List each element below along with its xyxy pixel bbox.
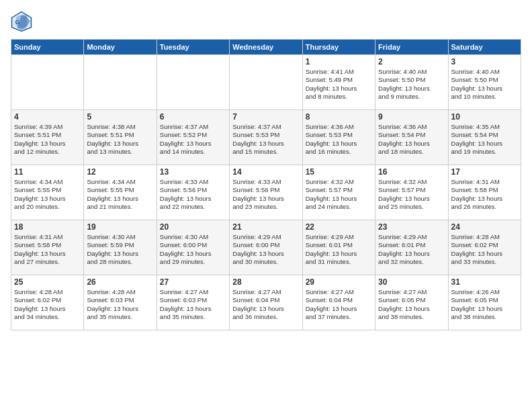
calendar-cell: 10Sunrise: 4:35 AM Sunset: 5:54 PM Dayli… — [448, 110, 521, 165]
calendar-cell: 24Sunrise: 4:28 AM Sunset: 6:02 PM Dayli… — [448, 220, 521, 275]
cell-day-number: 27 — [160, 277, 226, 287]
calendar-week-4: 18Sunrise: 4:31 AM Sunset: 5:58 PM Dayli… — [11, 220, 521, 275]
cell-day-number: 22 — [306, 222, 372, 232]
cell-day-number: 2 — [378, 57, 445, 66]
cell-info: Sunrise: 4:35 AM Sunset: 5:54 PM Dayligh… — [451, 123, 518, 156]
cell-day-number: 6 — [160, 112, 226, 122]
cell-info: Sunrise: 4:27 AM Sunset: 6:04 PM Dayligh… — [306, 288, 372, 321]
cell-day-number: 11 — [14, 167, 81, 177]
calendar-cell: 9Sunrise: 4:36 AM Sunset: 5:54 PM Daylig… — [375, 110, 448, 165]
cell-day-number: 26 — [87, 277, 153, 287]
header: G — [11, 11, 521, 32]
calendar-cell: 21Sunrise: 4:29 AM Sunset: 6:00 PM Dayli… — [230, 220, 302, 275]
cell-day-number: 15 — [306, 167, 372, 177]
calendar-cell: 22Sunrise: 4:29 AM Sunset: 6:01 PM Dayli… — [302, 220, 375, 275]
calendar-header-sunday: Sunday — [11, 40, 84, 55]
cell-info: Sunrise: 4:32 AM Sunset: 5:57 PM Dayligh… — [306, 178, 372, 211]
cell-day-number: 12 — [87, 167, 153, 177]
cell-day-number: 24 — [451, 222, 518, 232]
cell-info: Sunrise: 4:41 AM Sunset: 5:49 PM Dayligh… — [306, 68, 372, 101]
cell-info: Sunrise: 4:38 AM Sunset: 5:51 PM Dayligh… — [87, 123, 153, 156]
cell-day-number: 14 — [232, 167, 299, 177]
cell-info: Sunrise: 4:26 AM Sunset: 6:05 PM Dayligh… — [451, 288, 518, 321]
calendar-cell: 18Sunrise: 4:31 AM Sunset: 5:58 PM Dayli… — [11, 220, 84, 275]
calendar-cell: 8Sunrise: 4:36 AM Sunset: 5:53 PM Daylig… — [302, 110, 375, 165]
cell-day-number: 1 — [306, 57, 372, 66]
calendar-header-monday: Monday — [84, 40, 157, 55]
cell-info: Sunrise: 4:34 AM Sunset: 5:55 PM Dayligh… — [87, 178, 153, 211]
logo: G — [11, 11, 36, 32]
calendar-cell: 25Sunrise: 4:28 AM Sunset: 6:02 PM Dayli… — [11, 275, 84, 330]
cell-info: Sunrise: 4:40 AM Sunset: 5:50 PM Dayligh… — [378, 68, 445, 101]
calendar-week-1: 1Sunrise: 4:41 AM Sunset: 5:49 PM Daylig… — [11, 55, 521, 110]
cell-day-number: 25 — [14, 277, 81, 287]
cell-info: Sunrise: 4:39 AM Sunset: 5:51 PM Dayligh… — [14, 123, 81, 156]
calendar-header-row: SundayMondayTuesdayWednesdayThursdayFrid… — [11, 40, 521, 55]
cell-info: Sunrise: 4:31 AM Sunset: 5:58 PM Dayligh… — [451, 178, 518, 211]
calendar-cell — [11, 55, 84, 110]
calendar-cell — [84, 55, 157, 110]
cell-day-number: 5 — [87, 112, 153, 122]
cell-day-number: 19 — [87, 222, 153, 232]
page: G SundayMondayTuesdayWednesdayThursdayFr… — [0, 0, 532, 411]
cell-info: Sunrise: 4:29 AM Sunset: 6:00 PM Dayligh… — [232, 233, 299, 266]
cell-info: Sunrise: 4:28 AM Sunset: 6:02 PM Dayligh… — [14, 288, 81, 321]
calendar-cell: 6Sunrise: 4:37 AM Sunset: 5:52 PM Daylig… — [157, 110, 229, 165]
cell-day-number: 29 — [306, 277, 372, 287]
calendar-cell: 5Sunrise: 4:38 AM Sunset: 5:51 PM Daylig… — [84, 110, 157, 165]
cell-day-number: 20 — [160, 222, 226, 232]
cell-day-number: 7 — [232, 112, 299, 122]
cell-info: Sunrise: 4:31 AM Sunset: 5:58 PM Dayligh… — [14, 233, 81, 266]
cell-info: Sunrise: 4:36 AM Sunset: 5:53 PM Dayligh… — [306, 123, 372, 156]
svg-text:G: G — [15, 19, 19, 26]
calendar-cell: 15Sunrise: 4:32 AM Sunset: 5:57 PM Dayli… — [302, 165, 375, 220]
cell-info: Sunrise: 4:30 AM Sunset: 5:59 PM Dayligh… — [87, 233, 153, 266]
cell-info: Sunrise: 4:27 AM Sunset: 6:04 PM Dayligh… — [232, 288, 299, 321]
cell-day-number: 9 — [378, 112, 445, 122]
calendar-cell: 3Sunrise: 4:40 AM Sunset: 5:50 PM Daylig… — [448, 55, 521, 110]
calendar-cell: 27Sunrise: 4:27 AM Sunset: 6:03 PM Dayli… — [157, 275, 229, 330]
calendar-cell: 2Sunrise: 4:40 AM Sunset: 5:50 PM Daylig… — [375, 55, 448, 110]
cell-day-number: 30 — [378, 277, 445, 287]
calendar-cell: 29Sunrise: 4:27 AM Sunset: 6:04 PM Dayli… — [302, 275, 375, 330]
calendar-cell: 23Sunrise: 4:29 AM Sunset: 6:01 PM Dayli… — [375, 220, 448, 275]
cell-info: Sunrise: 4:28 AM Sunset: 6:02 PM Dayligh… — [451, 233, 518, 266]
cell-info: Sunrise: 4:29 AM Sunset: 6:01 PM Dayligh… — [306, 233, 372, 266]
calendar-cell: 16Sunrise: 4:32 AM Sunset: 5:57 PM Dayli… — [375, 165, 448, 220]
cell-day-number: 31 — [451, 277, 518, 287]
cell-day-number: 8 — [306, 112, 372, 122]
calendar-cell: 4Sunrise: 4:39 AM Sunset: 5:51 PM Daylig… — [11, 110, 84, 165]
calendar-cell: 12Sunrise: 4:34 AM Sunset: 5:55 PM Dayli… — [84, 165, 157, 220]
cell-info: Sunrise: 4:27 AM Sunset: 6:03 PM Dayligh… — [160, 288, 226, 321]
calendar-cell — [230, 55, 302, 110]
cell-info: Sunrise: 4:33 AM Sunset: 5:56 PM Dayligh… — [160, 178, 226, 211]
calendar-cell: 20Sunrise: 4:30 AM Sunset: 6:00 PM Dayli… — [157, 220, 229, 275]
cell-info: Sunrise: 4:30 AM Sunset: 6:00 PM Dayligh… — [160, 233, 226, 266]
calendar-cell: 31Sunrise: 4:26 AM Sunset: 6:05 PM Dayli… — [448, 275, 521, 330]
calendar-header-friday: Friday — [375, 40, 448, 55]
calendar-week-3: 11Sunrise: 4:34 AM Sunset: 5:55 PM Dayli… — [11, 165, 521, 220]
cell-info: Sunrise: 4:32 AM Sunset: 5:57 PM Dayligh… — [378, 178, 445, 211]
calendar-cell: 11Sunrise: 4:34 AM Sunset: 5:55 PM Dayli… — [11, 165, 84, 220]
calendar-cell — [157, 55, 229, 110]
calendar-week-2: 4Sunrise: 4:39 AM Sunset: 5:51 PM Daylig… — [11, 110, 521, 165]
cell-info: Sunrise: 4:34 AM Sunset: 5:55 PM Dayligh… — [14, 178, 81, 211]
calendar-cell: 17Sunrise: 4:31 AM Sunset: 5:58 PM Dayli… — [448, 165, 521, 220]
cell-day-number: 23 — [378, 222, 445, 232]
calendar-header-wednesday: Wednesday — [230, 40, 302, 55]
cell-day-number: 21 — [232, 222, 299, 232]
cell-info: Sunrise: 4:40 AM Sunset: 5:50 PM Dayligh… — [451, 68, 518, 101]
cell-day-number: 3 — [451, 57, 518, 66]
cell-day-number: 18 — [14, 222, 81, 232]
calendar-cell: 14Sunrise: 4:33 AM Sunset: 5:56 PM Dayli… — [230, 165, 302, 220]
calendar-cell: 30Sunrise: 4:27 AM Sunset: 6:05 PM Dayli… — [375, 275, 448, 330]
calendar-header-thursday: Thursday — [302, 40, 375, 55]
cell-info: Sunrise: 4:29 AM Sunset: 6:01 PM Dayligh… — [378, 233, 445, 266]
cell-info: Sunrise: 4:37 AM Sunset: 5:53 PM Dayligh… — [232, 123, 299, 156]
calendar-table: SundayMondayTuesdayWednesdayThursdayFrid… — [11, 39, 521, 330]
cell-info: Sunrise: 4:37 AM Sunset: 5:52 PM Dayligh… — [160, 123, 226, 156]
cell-info: Sunrise: 4:27 AM Sunset: 6:05 PM Dayligh… — [378, 288, 445, 321]
calendar-cell: 7Sunrise: 4:37 AM Sunset: 5:53 PM Daylig… — [230, 110, 302, 165]
cell-day-number: 17 — [451, 167, 518, 177]
cell-day-number: 4 — [14, 112, 81, 122]
